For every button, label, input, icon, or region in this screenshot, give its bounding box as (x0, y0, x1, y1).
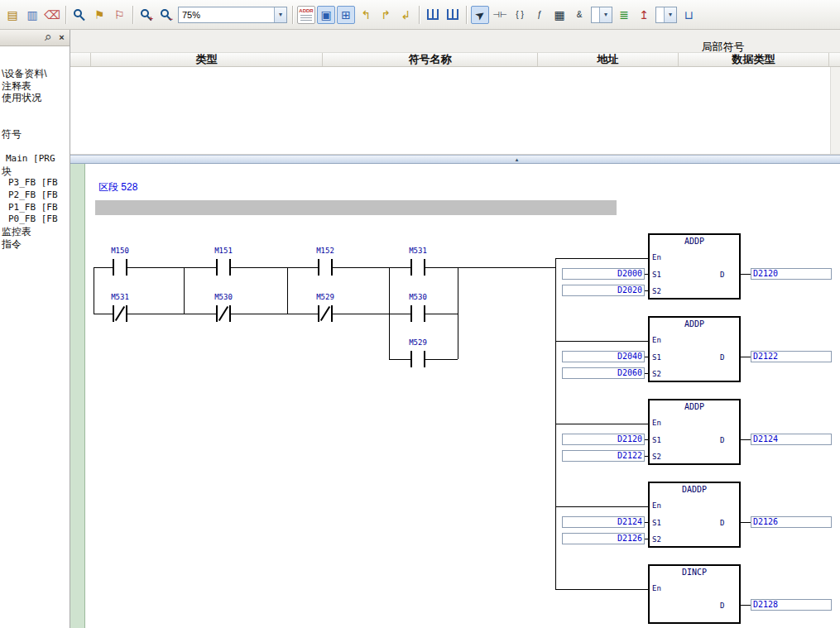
tree-item[interactable]: P0_FB [FB (0, 213, 70, 226)
tree-item[interactable]: \设备资料\ (0, 68, 70, 80)
wire (741, 357, 751, 357)
contact-no[interactable]: M151 (199, 246, 248, 279)
contact-nc[interactable]: M531 (95, 292, 145, 325)
panel-splitter[interactable]: ▴ (70, 155, 840, 164)
operand-output[interactable]: D2122 (751, 351, 832, 362)
bookmark-icon[interactable]: ⚑ (90, 6, 108, 24)
ladder-window-icon-glyph: ▣ (320, 8, 331, 22)
column-header-2[interactable]: 地址 (538, 53, 679, 66)
operand-output[interactable]: D2128 (751, 599, 832, 611)
pin-icon[interactable]: ⚲ (40, 30, 55, 45)
dropdown-arrow-icon[interactable]: ▾ (274, 7, 286, 22)
operand-output[interactable]: D2124 (751, 434, 832, 445)
function-block[interactable]: ADDPEnS1S2D (648, 399, 741, 465)
paste-icon[interactable]: ▤ (3, 6, 22, 24)
swap-network-icon[interactable]: ↲ (396, 6, 415, 24)
bookmark-next-icon[interactable]: ⚐ (110, 6, 128, 24)
address-display-icon[interactable]: ADDR (297, 6, 315, 24)
network-comment-bar[interactable] (95, 200, 617, 215)
operand-input[interactable]: D2126 (562, 533, 645, 544)
tree-item[interactable]: Main [PRG (0, 153, 70, 165)
contact-no[interactable]: M152 (300, 246, 350, 279)
network-list-icon[interactable] (424, 6, 442, 24)
tree-item[interactable]: P2_FB [FB (0, 189, 70, 202)
tree-item[interactable]: 块 (0, 165, 70, 178)
instruction-list-icon[interactable] (444, 6, 462, 24)
contact-icon[interactable]: ⊣⊢ (491, 6, 509, 24)
import-network-icon-glyph: ↱ (381, 8, 391, 22)
instruction-combo[interactable]: ▾ (591, 7, 612, 23)
wire (741, 274, 751, 275)
contact-no[interactable]: M529 (393, 338, 443, 371)
operand-input[interactable]: D2020 (562, 285, 645, 296)
column-header-0[interactable]: 类型 (91, 53, 323, 66)
contact-bar (113, 305, 114, 322)
wire (645, 522, 648, 523)
function-block[interactable]: ADDPEnS1S2D (648, 233, 741, 300)
eraser-icon[interactable]: ⌫ (43, 6, 61, 24)
zoom-in-icon[interactable]: + (137, 6, 156, 24)
import-network-icon[interactable]: ↱ (377, 6, 395, 24)
contact-no[interactable]: M530 (393, 292, 443, 325)
contact-bar (331, 305, 333, 322)
collapse-button[interactable]: ▴ (494, 156, 540, 163)
function-block[interactable]: DINCPEnD (648, 564, 741, 624)
export-network-icon[interactable]: ↰ (357, 6, 375, 24)
operand-input[interactable]: D2040 (562, 351, 645, 362)
function-block-icon[interactable]: ▦ (550, 6, 569, 24)
contact-nc[interactable]: M529 (300, 292, 350, 325)
zoom-level-combo[interactable]: 75%▾ (178, 7, 287, 23)
symbols-panel-top (70, 30, 840, 38)
dropdown-arrow-icon[interactable]: ▾ (664, 7, 676, 22)
dropdown-arrow-icon[interactable]: ▾ (599, 7, 612, 22)
ladder-editor: 区段 528 M150M151M152M531M531M530M529M530M… (70, 164, 840, 628)
operand-input[interactable]: D2120 (562, 434, 645, 445)
operand-output[interactable]: D2120 (751, 268, 832, 280)
tree-spacer (0, 141, 70, 153)
symbols-scrollbar[interactable] (830, 67, 840, 154)
coil-icon[interactable]: { } (511, 6, 529, 24)
symbol-table-window-icon[interactable]: ⊞ (337, 6, 355, 24)
applied-instruction-icon[interactable]: ƒ (530, 6, 549, 24)
zoom-tool-icon[interactable] (70, 6, 89, 24)
contact-nc[interactable]: M530 (199, 292, 248, 325)
operand-input[interactable]: D2000 (562, 268, 645, 280)
zoom-out-icon[interactable]: − (157, 6, 175, 24)
goto-icon[interactable]: ⊔ (679, 6, 698, 24)
ladder-window-icon[interactable]: ▣ (317, 6, 335, 24)
wire (389, 267, 390, 359)
nc-slash (218, 306, 228, 321)
tree-item[interactable]: 使用状况 (0, 92, 70, 104)
column-header-1[interactable]: 符号名称 (323, 53, 538, 66)
operand-output[interactable]: D2126 (751, 516, 832, 528)
select-cursor-icon[interactable]: ➤ (471, 6, 489, 24)
function-block[interactable]: DADDPEnS1S2D (648, 482, 741, 548)
contact-bar (318, 305, 319, 322)
operand-input[interactable]: D2122 (562, 450, 645, 462)
operand-input[interactable]: D2124 (562, 516, 645, 528)
close-icon[interactable]: × (56, 31, 67, 43)
ampersand-icon[interactable]: & (570, 6, 588, 24)
tree-item[interactable]: 注释表 (0, 80, 70, 93)
move-up-icon[interactable]: ↥ (635, 6, 653, 24)
tree-spacer (0, 117, 70, 129)
wire (741, 439, 751, 440)
copy-icon[interactable]: ▥ (23, 6, 41, 24)
tree-item[interactable]: 符号 (0, 128, 70, 141)
tree-item[interactable]: P3_FB [FB (0, 177, 70, 189)
contact-no[interactable]: M531 (393, 246, 443, 279)
network-label[interactable]: 区段 528 (98, 180, 137, 194)
symbols-table-body[interactable] (70, 67, 840, 155)
column-header-3[interactable]: 数据类型 (679, 53, 829, 66)
contact-no[interactable]: M150 (95, 246, 145, 279)
function-block[interactable]: ADDPEnS1S2D (648, 316, 741, 382)
tree-item[interactable]: 指令 (0, 238, 70, 251)
insert-row-icon[interactable]: ≣ (615, 6, 633, 24)
contact-bar (424, 305, 425, 322)
tree-item[interactable]: P1_FB [FB (0, 202, 70, 214)
wire (645, 539, 648, 539)
symbol-table-window-icon-glyph: ⊞ (341, 8, 351, 22)
tree-item[interactable]: 监控表 (0, 226, 70, 238)
block-combo[interactable]: ▾ (655, 7, 677, 23)
operand-input[interactable]: D2060 (562, 367, 645, 379)
